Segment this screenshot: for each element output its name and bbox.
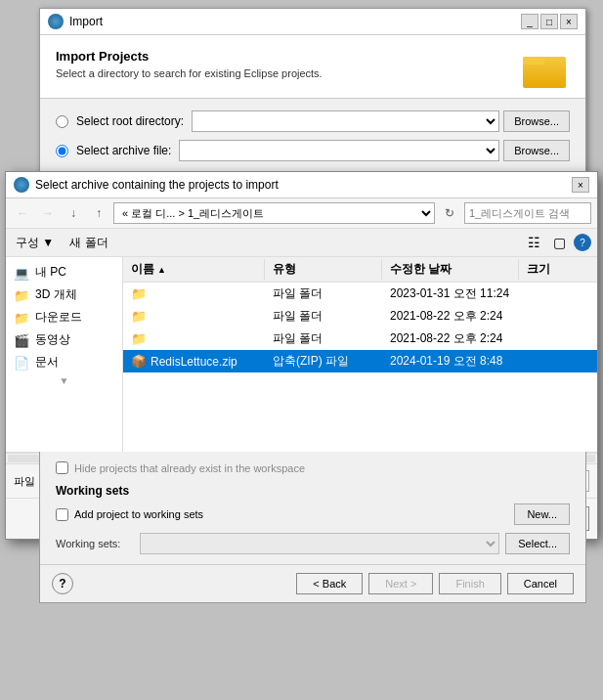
import-title-bar: Import _ □ × bbox=[40, 9, 585, 35]
sidebar-item-downloads[interactable]: 다운로드 bbox=[6, 306, 122, 328]
file-browser: 내 PC 3D 개체 다운로드 동영상 문서 ▼ bbox=[6, 257, 597, 453]
file-list-header: 이름 ▲ 유형 수정한 날짜 크기 bbox=[123, 257, 597, 283]
file-size-cell bbox=[519, 284, 597, 304]
file-name-cell: 📦 RedisLettuce.zip bbox=[123, 351, 265, 372]
file-row[interactable]: 📁 파일 폴더 2021-08-22 오후 2:24 bbox=[123, 328, 597, 350]
pc-icon bbox=[14, 266, 29, 280]
archive-file-row: Select archive file: Browse... bbox=[56, 140, 570, 161]
nav-forward-button[interactable]: → bbox=[37, 202, 59, 224]
file-modified-cell: 2021-08-22 오후 2:24 bbox=[382, 328, 519, 349]
col-size[interactable]: 크기 bbox=[519, 259, 597, 280]
organize-label: 구성 ▼ bbox=[16, 235, 54, 251]
downloads-icon bbox=[14, 311, 29, 325]
file-sidebar: 내 PC 3D 개체 다운로드 동영상 문서 ▼ bbox=[6, 257, 123, 452]
file-name-cell: 📁 bbox=[123, 306, 265, 327]
documents-icon bbox=[14, 356, 29, 370]
sidebar-item-3d[interactable]: 3D 개체 bbox=[6, 284, 122, 306]
working-sets-input[interactable] bbox=[140, 533, 499, 554]
import-dialog: Import _ □ × Import Projects Select a di… bbox=[39, 8, 586, 182]
new-working-set-button[interactable]: New... bbox=[514, 503, 570, 525]
nav-recent-button[interactable]: ↓ bbox=[63, 202, 84, 224]
folder-icon: 📁 bbox=[131, 309, 147, 324]
file-row-selected[interactable]: 📦 RedisLettuce.zip 압축(ZIP) 파일 2024-01-19… bbox=[123, 350, 597, 372]
minimize-button[interactable]: _ bbox=[521, 14, 538, 29]
hide-projects-label: Hide projects that already exist in the … bbox=[74, 462, 305, 474]
zip-icon: 📦 bbox=[131, 354, 147, 369]
back-button[interactable]: < Back bbox=[296, 573, 363, 594]
file-type-cell: 파일 폴더 bbox=[265, 328, 382, 349]
maximize-button[interactable]: □ bbox=[540, 14, 558, 29]
sidebar-label-3d: 3D 개체 bbox=[35, 286, 77, 303]
finish-button[interactable]: Finish bbox=[439, 573, 500, 594]
close-button[interactable]: × bbox=[560, 14, 578, 29]
col-modified[interactable]: 수정한 날짜 bbox=[382, 259, 519, 280]
nav-path-selector[interactable]: « 로컬 디... > 1_레디스게이트 bbox=[113, 202, 435, 224]
file-modified-cell: 2021-08-22 오후 2:24 bbox=[382, 306, 519, 327]
file-name-cell: 📁 bbox=[123, 328, 265, 349]
nav-back-button[interactable]: ← bbox=[12, 202, 33, 224]
archive-browse-button[interactable]: Browse... bbox=[503, 140, 570, 161]
root-browse-button[interactable]: Browse... bbox=[503, 110, 570, 132]
file-modified-cell: 2023-01-31 오전 11:24 bbox=[382, 284, 519, 304]
file-type-cell: 파일 폴더 bbox=[265, 284, 382, 304]
sidebar-item-videos[interactable]: 동영상 bbox=[6, 328, 122, 351]
hide-projects-checkbox[interactable] bbox=[56, 461, 68, 474]
file-size-cell bbox=[519, 351, 597, 372]
sidebar-scroll: ▼ bbox=[6, 373, 122, 388]
file-nav-bar: ← → ↓ ↑ « 로컬 디... > 1_레디스게이트 ↻ 🔍 bbox=[6, 198, 597, 229]
help-button[interactable]: ? bbox=[52, 573, 73, 594]
archive-close-button[interactable]: × bbox=[572, 177, 589, 193]
file-size-cell bbox=[519, 328, 597, 349]
add-to-working-sets-checkbox[interactable] bbox=[56, 508, 68, 521]
import-header: Import Projects Select a directory to se… bbox=[40, 35, 585, 99]
root-dir-input[interactable] bbox=[192, 110, 499, 132]
cancel-button[interactable]: Cancel bbox=[507, 573, 574, 594]
col-name[interactable]: 이름 ▲ bbox=[123, 259, 265, 280]
new-folder-button[interactable]: 새 폴더 bbox=[65, 233, 111, 253]
import-title: Import bbox=[69, 15, 515, 28]
sidebar-item-mypc[interactable]: 내 PC bbox=[6, 261, 122, 284]
nav-search-box: 🔍 bbox=[464, 202, 591, 224]
organize-button[interactable]: 구성 ▼ bbox=[12, 233, 58, 253]
file-type-cell: 압축(ZIP) 파일 bbox=[265, 351, 382, 372]
videos-icon bbox=[14, 333, 29, 347]
sidebar-label-documents: 문서 bbox=[35, 354, 59, 371]
window-controls: _ □ × bbox=[521, 14, 578, 29]
col-type[interactable]: 유형 bbox=[265, 259, 382, 280]
nav-refresh-button[interactable]: ↻ bbox=[439, 202, 460, 224]
file-row[interactable]: 📁 파일 폴더 2023-01-31 오전 11:24 bbox=[123, 283, 597, 305]
sidebar-label-downloads: 다운로드 bbox=[35, 309, 82, 326]
nav-up-button[interactable]: ↑ bbox=[88, 202, 109, 224]
file-row[interactable]: 📁 파일 폴더 2021-08-22 오후 2:24 bbox=[123, 305, 597, 328]
archive-file-input[interactable] bbox=[179, 140, 499, 161]
sidebar-label-mypc: 내 PC bbox=[35, 264, 66, 281]
file-size-cell bbox=[519, 306, 597, 327]
3d-folder-icon bbox=[14, 288, 29, 302]
working-sets-label: Working sets: bbox=[56, 538, 134, 549]
view-details-button[interactable]: ▢ bbox=[548, 232, 570, 253]
root-dir-row: Select root directory: Browse... bbox=[56, 110, 570, 132]
next-button[interactable]: Next > bbox=[368, 573, 433, 594]
hide-projects-row: Hide projects that already exist in the … bbox=[56, 461, 570, 474]
folder-icon: 📁 bbox=[131, 286, 147, 301]
sidebar-label-videos: 동영상 bbox=[35, 331, 70, 348]
import-header-title: Import Projects bbox=[56, 49, 511, 64]
eclipse-icon bbox=[48, 14, 64, 29]
sidebar-item-documents[interactable]: 문서 bbox=[6, 351, 122, 373]
select-working-set-button[interactable]: Select... bbox=[505, 533, 570, 554]
root-dir-label: Select root directory: bbox=[76, 114, 184, 128]
file-name-cell: 📁 bbox=[123, 284, 265, 304]
select-root-radio[interactable] bbox=[56, 115, 68, 128]
view-toggle-button[interactable]: ☷ bbox=[523, 232, 544, 253]
working-sets-section: Working sets Add project to working sets… bbox=[56, 484, 570, 554]
import-content: Select root directory: Browse... Select … bbox=[40, 99, 585, 181]
help-button[interactable]: ? bbox=[574, 234, 591, 251]
file-toolbar: 구성 ▼ 새 폴더 ☷ ▢ ? bbox=[6, 229, 597, 257]
archive-dialog-title: Select archive containing the projects t… bbox=[35, 178, 566, 192]
new-folder-label: 새 폴더 bbox=[69, 235, 108, 251]
file-list-panel[interactable]: 이름 ▲ 유형 수정한 날짜 크기 📁 파일 폴더 bbox=[123, 257, 597, 452]
nav-search-input[interactable] bbox=[465, 207, 603, 219]
sort-arrow: ▲ bbox=[157, 265, 166, 275]
select-archive-radio[interactable] bbox=[56, 145, 68, 157]
file-modified-cell: 2024-01-19 오전 8:48 bbox=[382, 351, 519, 372]
